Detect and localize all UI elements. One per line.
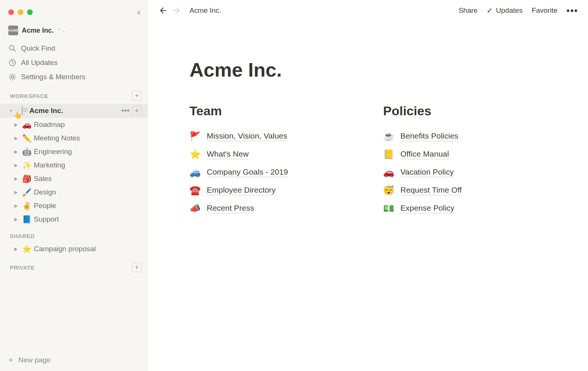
- main: Acme Inc. Share ✓ Updates Favorite ••• A…: [148, 0, 588, 371]
- link-text: Request Time Off: [400, 186, 462, 195]
- tree-label: Roadmap: [34, 121, 142, 129]
- link-emoji-icon: 🚙: [189, 167, 202, 178]
- page-link[interactable]: 💵Expense Policy: [383, 199, 547, 217]
- tree-item[interactable]: ▶✨Marketing: [0, 158, 148, 172]
- window-maximize[interactable]: [27, 9, 33, 15]
- column-heading: Policies: [383, 104, 547, 118]
- forward-button[interactable]: [173, 6, 183, 15]
- page-emoji-icon: ✨: [22, 161, 32, 170]
- back-button[interactable]: [158, 6, 168, 15]
- chevron-updown-icon: ⌃⌄: [58, 28, 66, 33]
- tree-item[interactable]: ▶🖌️Design: [0, 186, 148, 199]
- quick-find[interactable]: Quick Find: [0, 41, 148, 56]
- tree-label: Marketing: [34, 161, 142, 169]
- section-private-label: PRIVATE: [10, 264, 35, 271]
- tree-item-root[interactable]: ▾ 👆 Acme Inc. ••• +: [0, 104, 148, 118]
- settings-members[interactable]: Settings & Members: [0, 70, 148, 84]
- window-close[interactable]: [8, 9, 14, 15]
- tree-label: Design: [34, 188, 142, 196]
- sidebar: ‹‹ ACME Acme Inc. ⌃⌄ Quick Find All Upda…: [0, 0, 148, 371]
- page-title[interactable]: Acme Inc.: [189, 59, 547, 81]
- tree-label: Support: [34, 215, 142, 223]
- new-page-label: New page: [18, 356, 51, 364]
- page-link[interactable]: ☎️Employee Directory: [189, 181, 353, 199]
- page-link[interactable]: 🚙Company Goals - 2019: [189, 163, 353, 181]
- tree-item[interactable]: ▶✌️People: [0, 199, 148, 213]
- favorite-button[interactable]: Favorite: [532, 6, 558, 15]
- add-private-page-button[interactable]: +: [132, 262, 142, 272]
- updates-button[interactable]: ✓ Updates: [486, 6, 523, 15]
- workspace-switcher[interactable]: ACME Acme Inc. ⌃⌄: [0, 23, 148, 41]
- tree-item[interactable]: ▶⭐Campaign proposal: [0, 242, 148, 256]
- page-link[interactable]: 🚗Vacation Policy: [383, 163, 547, 181]
- all-updates[interactable]: All Updates: [0, 56, 148, 70]
- tree-label: Acme Inc.: [29, 107, 119, 115]
- columns: Team🚩Mission, Vision, Values⭐What's New🚙…: [189, 104, 547, 217]
- clock-icon: [8, 59, 17, 67]
- chevron-right-icon[interactable]: ▶: [14, 217, 20, 222]
- chevron-right-icon[interactable]: ▶: [14, 176, 20, 181]
- chevron-down-icon[interactable]: ▾: [10, 108, 15, 113]
- chevron-right-icon[interactable]: ▶: [14, 246, 20, 252]
- app-frame: ‹‹ ACME Acme Inc. ⌃⌄ Quick Find All Upda…: [0, 0, 588, 371]
- chevron-right-icon[interactable]: ▶: [14, 163, 20, 168]
- topbar: Acme Inc. Share ✓ Updates Favorite •••: [148, 0, 588, 21]
- more-actions-icon[interactable]: •••: [121, 107, 130, 115]
- page-more-icon[interactable]: •••: [567, 5, 578, 16]
- window-controls: [8, 9, 33, 15]
- link-emoji-icon: 🚗: [383, 167, 395, 178]
- tree-label: Meeting Notes: [34, 134, 142, 142]
- link-text: Recent Press: [207, 204, 254, 213]
- chevron-right-icon[interactable]: ▶: [14, 190, 20, 195]
- link-emoji-icon: 📣: [189, 203, 202, 214]
- page-emoji-icon: ✏️: [22, 134, 32, 143]
- chevron-right-icon[interactable]: ▶: [14, 149, 20, 154]
- window-minimize[interactable]: [18, 9, 23, 15]
- add-subpage-button[interactable]: +: [132, 106, 142, 116]
- page-emoji-icon: 🎒: [22, 174, 32, 183]
- tree-label: Campaign proposal: [34, 245, 142, 253]
- add-workspace-page-button[interactable]: +: [132, 91, 142, 101]
- topbar-actions: Share ✓ Updates Favorite •••: [459, 5, 578, 16]
- chevron-right-icon[interactable]: ▶: [14, 122, 20, 127]
- link-text: What's New: [207, 149, 249, 159]
- collapse-sidebar-icon[interactable]: ‹‹: [134, 6, 142, 19]
- item-actions: ••• +: [121, 106, 142, 116]
- tree-item[interactable]: ▶🎒Sales: [0, 172, 148, 186]
- link-emoji-icon: 🚩: [189, 131, 202, 142]
- page-icon: [17, 107, 27, 115]
- page-emoji-icon: 🚗: [22, 120, 32, 129]
- link-emoji-icon: ⭐: [189, 149, 202, 160]
- page-link[interactable]: 🚩Mission, Vision, Values: [189, 127, 353, 145]
- tree-label: People: [34, 202, 142, 210]
- section-workspace-label: WORKSPACE: [10, 93, 48, 99]
- page-link[interactable]: ☕Benefits Policies: [383, 127, 547, 145]
- new-page-button[interactable]: + New page: [0, 349, 148, 371]
- breadcrumb[interactable]: Acme Inc.: [189, 6, 221, 15]
- page-emoji-icon: 🖌️: [22, 188, 32, 197]
- link-emoji-icon: ☎️: [189, 185, 202, 196]
- page-link[interactable]: ⭐What's New: [189, 145, 353, 163]
- link-emoji-icon: 😴: [383, 185, 395, 196]
- settings-label: Settings & Members: [21, 73, 85, 81]
- page-emoji-icon: 🤖: [22, 147, 32, 156]
- page-link[interactable]: 📒Office Manual: [383, 145, 547, 163]
- tree-item[interactable]: ▶🤖Engineering: [0, 145, 148, 158]
- tree-item[interactable]: ▶📘Support: [0, 213, 148, 226]
- svg-point-0: [9, 45, 14, 50]
- page-link[interactable]: 😴Request Time Off: [383, 181, 547, 199]
- page-link[interactable]: 📣Recent Press: [189, 199, 353, 217]
- nav-arrows: [158, 6, 183, 15]
- tree-item[interactable]: ▶🚗Roadmap: [0, 118, 148, 131]
- tree-item[interactable]: ▶✏️Meeting Notes: [0, 131, 148, 145]
- check-icon: ✓: [486, 6, 493, 15]
- chevron-right-icon[interactable]: ▶: [14, 203, 20, 208]
- share-button[interactable]: Share: [459, 6, 478, 15]
- chevron-right-icon[interactable]: ▶: [14, 136, 20, 141]
- quick-find-label: Quick Find: [21, 44, 55, 53]
- updates-label: Updates: [496, 6, 523, 15]
- link-text: Vacation Policy: [400, 167, 454, 177]
- tree-label: Sales: [34, 175, 142, 183]
- column: Policies☕Benefits Policies📒Office Manual…: [383, 104, 547, 217]
- link-text: Expense Policy: [400, 204, 455, 213]
